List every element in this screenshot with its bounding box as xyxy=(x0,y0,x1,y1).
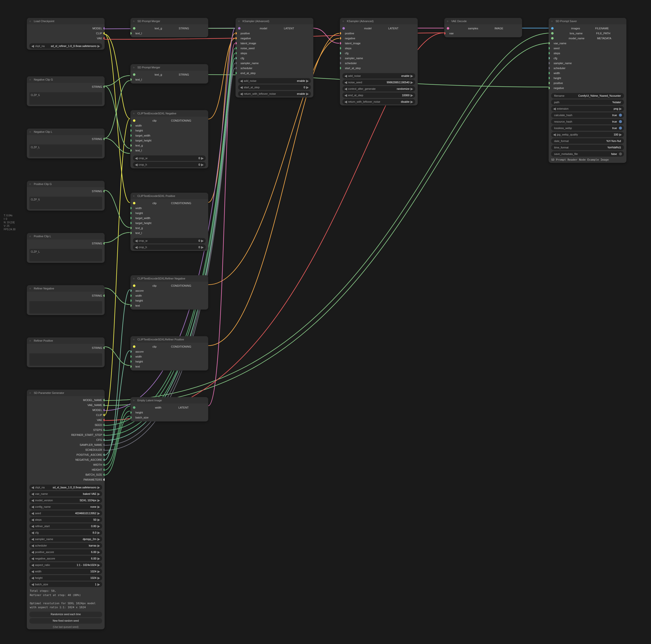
node-load-checkpoint[interactable]: Load Checkpoint MODEL CLIP VAE ◀ckpt_nas… xyxy=(27,18,104,50)
cfg-widget[interactable]: ◀cfg8.0▶ xyxy=(29,530,102,535)
node-title: Negative Clip G xyxy=(34,78,53,81)
node-title: Negative Clip L xyxy=(34,130,53,133)
model-version-widget[interactable]: ◀model_versionSDXL 1024px▶ xyxy=(29,498,102,503)
batch-size-widget[interactable]: ◀batch_size1▶ xyxy=(29,582,102,587)
filename-widget[interactable]: filenameComfyUI_%time_%seed_%counter xyxy=(551,93,624,98)
node-title: CLIPTextEncodeSDXLRefiner Positive xyxy=(137,338,184,341)
node-title: Refiner Positive xyxy=(34,339,53,342)
text-input[interactable]: CLIP_L xyxy=(29,144,102,157)
text-input[interactable] xyxy=(29,353,102,366)
node-title: SD Prompt Merger xyxy=(137,20,160,23)
add-noise-widget[interactable]: ◀add_noiseenable▶ xyxy=(342,73,415,79)
node-title: Positive Clip G xyxy=(34,182,52,185)
text-input[interactable]: CLIP_L xyxy=(29,249,102,261)
node-title: KSampler (Advanced) xyxy=(243,20,269,23)
node-title: Empty Latent Image xyxy=(137,399,162,402)
node-title: KSampler (Advanced) xyxy=(347,20,374,23)
ckpt-name-widget[interactable]: ◀ckpt_nasd_xl_refiner_1.0_0.9vae.safeten… xyxy=(29,43,102,49)
aspect-ratio-widget[interactable]: ◀aspect_ratio1:1 - 1024x1024▶ xyxy=(29,562,102,568)
negative-ascore-widget[interactable]: ◀negative_ascore6.00▶ xyxy=(29,556,102,561)
text-input[interactable] xyxy=(29,301,102,314)
new-fixed-seed-button[interactable]: New fixed random seed xyxy=(29,618,102,624)
control-widget[interactable]: ◀control_after_generaterandomize▶ xyxy=(342,86,415,91)
node-positive-clip-g[interactable]: Positive Clip G STRING CLIP_G xyxy=(27,181,104,211)
quality-widget[interactable]: ◀jpg_webp_quality100▶ xyxy=(551,132,624,137)
node-title: SD Parameter Generator xyxy=(34,391,64,394)
info-text: Total steps: 50, Refiner start at step: … xyxy=(30,589,102,610)
start-step-widget[interactable]: ◀start_at_step0▶ xyxy=(238,85,311,90)
node-parameter-generator[interactable]: SD Parameter Generator MODEL_NAME VAE_NA… xyxy=(27,390,104,629)
seed-widget[interactable]: ◀noise_seed998620651190540▶ xyxy=(342,80,415,85)
node-prompt-merger-1[interactable]: SD Prompt Merger text_gSTRING text_l xyxy=(130,18,208,37)
node-empty-latent[interactable]: Empty Latent Image widthLATENT height ba… xyxy=(130,397,208,421)
sampler-name-widget[interactable]: ◀sampler_namedpmpp_2m▶ xyxy=(29,536,102,542)
node-title: SD Prompt Saver xyxy=(556,20,577,23)
config-name-widget[interactable]: ◀config_namenone▶ xyxy=(29,504,102,509)
crop-h-widget[interactable]: ◀crop_h0▶ xyxy=(133,244,206,250)
node-title: Refiner Negative xyxy=(34,287,54,290)
leftover-noise-widget[interactable]: ◀return_with_leftover_noiseenable▶ xyxy=(238,91,311,96)
node-negative-clip-g[interactable]: Negative Clip G STRING CLIP_G xyxy=(27,76,104,106)
node-prompt-saver[interactable]: SD Prompt Saver imagesFILENAME lora_name… xyxy=(549,18,626,163)
node-title: CLIPTextEncodeSDXLRefiner Negative xyxy=(137,277,185,280)
perf-stats: T: 0.04sI: 0N: 19 [19]V: 25FPS:24.30 xyxy=(4,214,16,231)
node-title: Positive Clip L xyxy=(34,235,51,238)
crop-h-widget[interactable]: ◀crop_h0▶ xyxy=(133,162,206,167)
vae-name-widget[interactable]: ◀vae_namebaked VAE▶ xyxy=(29,491,102,497)
node-title: Load Checkpoint xyxy=(34,20,54,23)
steps-widget[interactable]: ◀steps50▶ xyxy=(29,517,102,522)
node-prompt-merger-2[interactable]: SD Prompt Merger text_gSTRING text_l xyxy=(130,64,208,84)
lossless-widget[interactable]: lossless_webptrue xyxy=(551,125,624,131)
leftover-noise-widget[interactable]: ◀return_with_leftover_noisedisable▶ xyxy=(342,99,415,105)
seed-widget[interactable]: ◀seed40346610113952▶ xyxy=(29,510,102,516)
scheduler-widget[interactable]: ◀schedulerkarras▶ xyxy=(29,543,102,548)
extension-widget[interactable]: ◀extensionpng▶ xyxy=(551,106,624,111)
node-positive-clip-l[interactable]: Positive Clip L STRING CLIP_L xyxy=(27,233,104,263)
node-clip-sdxl-negative[interactable]: CLIPTextEncodeSDXL Negative clipCONDITIO… xyxy=(130,110,208,168)
node-ksampler-1[interactable]: KSampler (Advanced) modelLATENT positive… xyxy=(236,18,313,97)
node-refiner-negative[interactable]: Refiner Negative STRING xyxy=(27,285,104,315)
node-title: CLIPTextEncodeSDXL Positive xyxy=(137,195,175,198)
node-negative-clip-l[interactable]: Negative Clip L STRING CLIP_L xyxy=(27,128,104,158)
add-noise-widget[interactable]: ◀add_noiseenable▶ xyxy=(238,78,311,84)
date-format-widget[interactable]: date_format%Y-%m-%d xyxy=(551,138,624,144)
use-last-seed-link[interactable]: (Use last queued seed) xyxy=(27,624,104,629)
crop-w-widget[interactable]: ◀crop_w0▶ xyxy=(133,238,206,243)
end-step-widget[interactable]: ◀end_at_step10000▶ xyxy=(342,92,415,98)
node-clip-refiner-negative[interactable]: CLIPTextEncodeSDXLRefiner Negative clipC… xyxy=(130,275,208,310)
node-refiner-positive[interactable]: Refiner Positive STRING xyxy=(27,338,104,367)
text-input[interactable]: CLIP_G xyxy=(29,92,102,105)
preview-caption: SD Prompt Reader Node Example Image xyxy=(551,158,624,162)
resource-hash-widget[interactable]: resource_hashtrue xyxy=(551,119,624,124)
width-widget[interactable]: ◀width1024▶ xyxy=(29,569,102,574)
time-format-widget[interactable]: time_format%H%M%S xyxy=(551,145,624,150)
positive-ascore-widget[interactable]: ◀positive_ascore6.00▶ xyxy=(29,549,102,555)
node-clip-refiner-positive[interactable]: CLIPTextEncodeSDXLRefiner Positive clipC… xyxy=(130,336,208,371)
node-title: SD Prompt Merger xyxy=(137,66,160,69)
node-title: VAE Decode xyxy=(451,20,467,23)
ckpt-widget[interactable]: ◀ckpt_nasd_xl_base_1.0_0.9vae.safetensor… xyxy=(29,485,102,490)
node-ksampler-2[interactable]: KSampler (Advanced) modelLATENT positive… xyxy=(340,18,418,106)
height-widget[interactable]: ◀height1024▶ xyxy=(29,575,102,581)
node-vae-decode[interactable]: VAE Decode samplesIMAGE vae xyxy=(444,18,522,37)
randomize-seed-button[interactable]: Randomize seed each time xyxy=(29,612,102,617)
save-metadata-widget[interactable]: save_metadata_filefalse xyxy=(551,151,624,157)
crop-w-widget[interactable]: ◀crop_w0▶ xyxy=(133,155,206,161)
hash-widget[interactable]: calculate_hashtrue xyxy=(551,112,624,118)
refiner-start-widget[interactable]: ◀refiner_start0.80▶ xyxy=(29,523,102,529)
text-input[interactable]: CLIP_G xyxy=(29,197,102,209)
node-clip-sdxl-positive[interactable]: CLIPTextEncodeSDXL Positive clipCONDITIO… xyxy=(130,193,208,251)
node-title: CLIPTextEncodeSDXL Negative xyxy=(137,112,177,115)
path-widget[interactable]: path%date/ xyxy=(551,99,624,105)
